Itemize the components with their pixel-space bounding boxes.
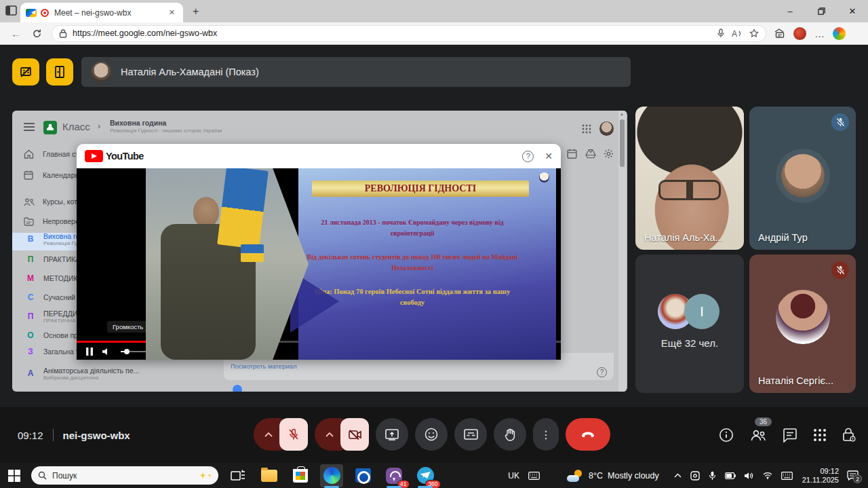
profile-avatar[interactable] [793, 27, 806, 40]
weather-temp[interactable]: 8°C [589, 471, 603, 481]
modal-close-icon[interactable]: ✕ [545, 151, 553, 162]
search-placeholder: Пошук [52, 471, 199, 481]
read-aloud-icon[interactable]: A [732, 29, 743, 38]
volume-tray-icon[interactable] [745, 472, 754, 480]
course-letter-avatar: З [24, 347, 37, 356]
hidden-icons-chevron[interactable] [674, 473, 682, 478]
keyboard-language[interactable]: UK [508, 471, 519, 481]
taskbar-clock[interactable]: 09:12 21.11.2025 [802, 467, 839, 485]
settings-gear-icon[interactable] [604, 149, 614, 159]
participant-tile-natalia-al[interactable]: Наталія Аль-Ха... [635, 107, 744, 250]
mic-muted-icon [831, 261, 849, 279]
captions-button[interactable] [454, 418, 487, 451]
course-letter-avatar: А [24, 369, 37, 378]
leave-room-button[interactable] [46, 58, 73, 86]
presenter-avatar [91, 62, 111, 82]
classroom-scrollbar-thumb[interactable] [620, 119, 625, 167]
tab-close-icon[interactable]: ✕ [166, 7, 178, 18]
course-title[interactable]: Виховна година [110, 119, 166, 127]
flag-patch [241, 244, 264, 262]
edge-button[interactable] [320, 464, 343, 487]
collections-icon[interactable] [774, 29, 785, 39]
viber-button[interactable]: 41 [382, 464, 406, 487]
volume-slider[interactable] [121, 348, 149, 355]
weather-icon[interactable] [567, 470, 583, 482]
participants-button[interactable]: 36 [749, 428, 767, 442]
chat-button[interactable] [783, 428, 797, 443]
lock-icon [59, 29, 67, 38]
slide-title: РЕВОЛЮЦІЯ ГІДНОСТІ [312, 181, 529, 197]
sidebar-item-animator[interactable]: А Аніматорська діяльність пе... Вибірков… [12, 363, 216, 383]
stop-presentation-button[interactable] [12, 58, 39, 86]
participant-tile-andrii[interactable]: Андрій Тур [749, 107, 856, 250]
volume-tooltip: Громкость [107, 321, 149, 333]
mic-muted-icon [831, 113, 849, 131]
task-view-button[interactable] [226, 464, 250, 487]
host-controls-button[interactable] [842, 428, 856, 443]
browser-tab[interactable]: Meet – nei-gswo-wbx ✕ [20, 3, 183, 22]
window-close-button[interactable]: ✕ [837, 0, 868, 22]
scrollbar-up-icon[interactable]: ▲ [620, 112, 624, 116]
volume-icon[interactable] [102, 348, 111, 356]
back-icon[interactable]: ← [11, 28, 21, 39]
participant-name: Наталія Сергіє... [758, 375, 833, 386]
meeting-details-button[interactable] [719, 428, 734, 443]
favorite-star-icon[interactable] [749, 29, 759, 38]
new-tab-button[interactable]: + [193, 5, 199, 18]
refresh-icon[interactable] [32, 29, 42, 39]
apps-grid-icon[interactable] [582, 124, 591, 134]
view-material-link[interactable]: Посмотреть материал [231, 362, 297, 370]
modal-help-icon[interactable]: ? [522, 151, 534, 162]
taskbar-search[interactable]: Пошук [31, 466, 218, 485]
divider [53, 429, 54, 441]
outlook-button[interactable] [351, 464, 374, 487]
address-bar[interactable]: https://meet.google.com/nei-gswo-wbx A [52, 25, 766, 42]
present-button[interactable] [376, 418, 408, 451]
drive-icon[interactable] [585, 149, 596, 159]
activities-button[interactable] [813, 428, 827, 442]
copilot-icon[interactable] [833, 27, 846, 40]
tray-app-icon[interactable] [690, 471, 700, 481]
touch-keyboard-icon[interactable] [781, 472, 793, 480]
mic-off-button[interactable] [279, 418, 308, 451]
video-frame[interactable]: РЕВОЛЮЦІЯ ГІДНОСТІ 21 листопада 2013 - п… [77, 168, 561, 360]
classroom-menu-icon[interactable] [23, 122, 35, 132]
classroom-help-icon[interactable]: ? [597, 367, 607, 377]
tab-search-icon[interactable] [5, 5, 19, 18]
telegram-button[interactable]: 360 [414, 464, 437, 487]
youtube-modal-header: YouTube ? ✕ [77, 144, 561, 168]
file-explorer-button[interactable] [258, 464, 281, 487]
video-content: РЕВОЛЮЦІЯ ГІДНОСТІ 21 листопада 2013 - п… [146, 168, 556, 360]
window-restore-button[interactable] [806, 0, 837, 22]
battery-icon[interactable] [725, 472, 736, 479]
course-letter-avatar: С [24, 293, 37, 302]
notification-center-button[interactable]: 2 [847, 470, 859, 481]
more-options-button[interactable]: ⋮ [533, 418, 559, 451]
network-icon[interactable] [763, 472, 772, 479]
call-controls: ⋮ [254, 418, 610, 451]
weather-description[interactable]: Mostly cloudy [608, 471, 659, 481]
reactions-button[interactable] [415, 418, 448, 451]
participant-tile-natalia-s[interactable]: Наталія Сергіє... [749, 255, 856, 393]
course-letter-avatar: П [24, 312, 37, 321]
slide: РЕВОЛЮЦІЯ ГІДНОСТІ 21 листопада 2013 - п… [298, 168, 556, 360]
classroom-app-name[interactable]: Класс [62, 121, 90, 132]
store-icon [293, 469, 308, 483]
classroom-profile-avatar[interactable] [599, 121, 614, 136]
keyboard-layout-icon[interactable] [528, 472, 540, 480]
participant-tile-overflow[interactable]: I Ещё 32 чел. [635, 255, 744, 393]
edge-icon [323, 467, 340, 484]
end-call-button[interactable] [566, 418, 610, 451]
calendar-shortcut-icon[interactable] [567, 149, 577, 159]
raise-hand-button[interactable] [494, 418, 526, 451]
window-minimize-button[interactable]: – [774, 0, 806, 22]
browser-toolbar: ← https://meet.google.com/nei-gswo-wbx A… [0, 22, 868, 45]
pause-button[interactable] [86, 348, 93, 356]
course-letter-avatar: В [24, 234, 37, 244]
microsoft-store-button[interactable] [289, 464, 312, 487]
browser-menu-icon[interactable]: … [814, 28, 825, 39]
tray-mic-icon[interactable] [709, 471, 716, 481]
voice-search-icon[interactable] [717, 29, 725, 38]
camera-off-button[interactable] [340, 418, 369, 451]
start-button[interactable] [8, 470, 20, 482]
